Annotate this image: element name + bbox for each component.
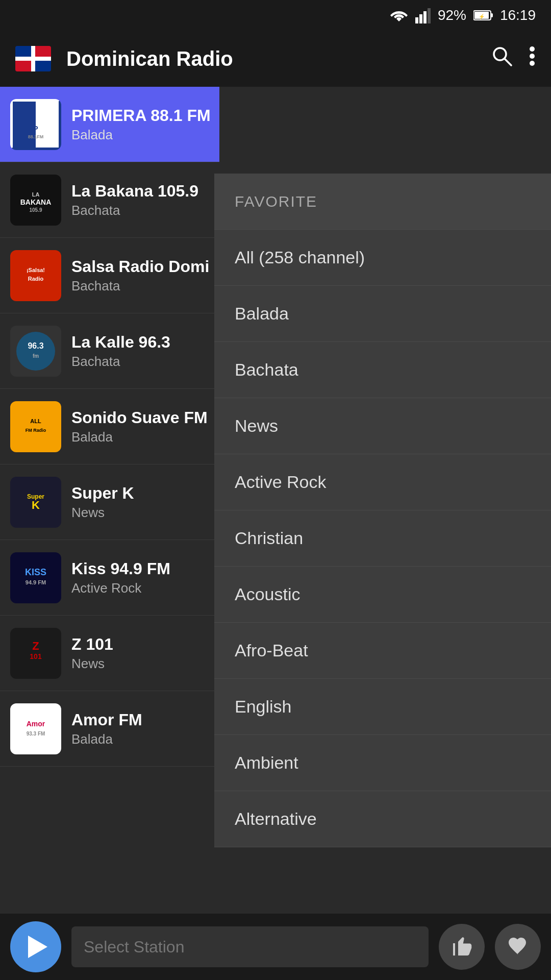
dropdown-item-balada[interactable]: Balada	[214, 286, 551, 342]
station-item[interactable]: 96.3fmLa Kalle 96.3Bachata	[0, 313, 219, 389]
dropdown-item-favorite[interactable]: FAVORITE	[214, 174, 551, 230]
dropdown-label: All (258 channel)	[235, 248, 365, 267]
station-genre: Bachata	[71, 203, 209, 218]
station-info: Sonido Suave FMBalada	[71, 408, 209, 445]
station-name: PRIMERA 88.1 FM	[71, 106, 211, 125]
dropdown-label: Alternative	[235, 809, 317, 829]
genre-dropdown: FAVORITEAll (258 channel)BaladaBachataNe…	[214, 174, 551, 847]
station-info: Z 101News	[71, 635, 209, 672]
app-flag	[15, 46, 51, 71]
dropdown-item-bachata[interactable]: Bachata	[214, 342, 551, 398]
station-logo: ALLFM Radio	[10, 401, 61, 452]
svg-rect-28	[13, 404, 59, 450]
svg-rect-2	[423, 11, 427, 23]
station-item[interactable]: Z101Z 101News	[0, 616, 219, 691]
station-item[interactable]: P88.1FMPRIMERA 88.1 FMBalada	[0, 87, 219, 162]
station-logo: 96.3fm	[10, 326, 61, 377]
svg-point-11	[530, 54, 535, 59]
time-display: 16:19	[500, 7, 536, 23]
svg-text:105.9: 105.9	[29, 207, 42, 213]
dropdown-item-alternative[interactable]: Alternative	[214, 791, 551, 847]
station-info: Super KNews	[71, 484, 209, 521]
dropdown-label: Christian	[235, 528, 303, 548]
station-list: P88.1FMPRIMERA 88.1 FMBaladaLABAKANA105.…	[0, 87, 219, 914]
station-genre: Bachata	[71, 354, 209, 370]
svg-text:BAKANA: BAKANA	[20, 198, 52, 206]
station-name: Sonido Suave FM	[71, 408, 209, 427]
station-info: Kiss 94.9 FMActive Rock	[71, 559, 209, 596]
dropdown-label: FAVORITE	[235, 193, 317, 210]
bottom-bar	[0, 914, 551, 980]
svg-rect-1	[419, 14, 422, 23]
dropdown-item-all[interactable]: All (258 channel)	[214, 230, 551, 286]
dropdown-label: News	[235, 416, 278, 436]
station-item[interactable]: LABAKANA105.9La Bakana 105.9Bachata	[0, 162, 219, 238]
station-genre: Bachata	[71, 278, 209, 294]
station-item[interactable]: Amor93.3 FMAmor FMBalada	[0, 691, 219, 767]
svg-text:fm: fm	[33, 353, 39, 359]
svg-text:88.1FM: 88.1FM	[28, 134, 44, 139]
svg-text:⚡: ⚡	[479, 13, 485, 20]
dropdown-label: Acoustic	[235, 584, 300, 604]
svg-text:94.9 FM: 94.9 FM	[26, 579, 46, 585]
station-info: La Bakana 105.9Bachata	[71, 182, 209, 218]
station-item[interactable]: ALLFM RadioSonido Suave FMBalada	[0, 389, 219, 464]
station-name: Super K	[71, 484, 209, 503]
svg-text:Amor: Amor	[27, 720, 45, 728]
station-genre: Active Rock	[71, 580, 209, 596]
favorite-button[interactable]	[495, 924, 541, 970]
station-name: Amor FM	[71, 710, 209, 729]
svg-text:K: K	[32, 499, 40, 511]
dropdown-label: Afro-Beat	[235, 641, 308, 660]
station-item[interactable]: KISS94.9 FMKiss 94.9 FMActive Rock	[0, 540, 219, 616]
app-title: Dominican Radio	[66, 47, 481, 70]
app-header: Dominican Radio	[0, 31, 551, 87]
station-info: La Kalle 96.3Bachata	[71, 333, 209, 370]
dropdown-item-acoustic[interactable]: Acoustic	[214, 567, 551, 623]
svg-rect-13	[13, 102, 36, 148]
svg-text:LA: LA	[32, 191, 40, 198]
svg-text:P: P	[33, 125, 38, 133]
play-button[interactable]	[10, 921, 61, 972]
station-genre: Balada	[71, 731, 209, 747]
station-info: Salsa Radio DomiBachata	[71, 257, 209, 294]
like-button[interactable]	[439, 924, 485, 970]
station-logo: ¡Salsa!Radio	[10, 250, 61, 301]
search-button[interactable]	[491, 45, 513, 72]
station-logo: KISS94.9 FM	[10, 552, 61, 603]
svg-text:Radio: Radio	[28, 276, 44, 282]
dropdown-label: Ambient	[235, 753, 298, 773]
dropdown-item-active-rock[interactable]: Active Rock	[214, 454, 551, 510]
station-item[interactable]: SuperKSuper KNews	[0, 464, 219, 540]
wifi-icon	[390, 8, 408, 22]
more-options-button[interactable]	[529, 45, 536, 72]
dropdown-item-english[interactable]: English	[214, 679, 551, 735]
station-name: Z 101	[71, 635, 209, 654]
svg-point-25	[16, 332, 55, 371]
status-bar: 92% ⚡ 16:19	[0, 0, 551, 31]
dropdown-item-afrobeat[interactable]: Afro-Beat	[214, 623, 551, 679]
dropdown-label: English	[235, 697, 292, 717]
dropdown-label: Bachata	[235, 360, 298, 380]
station-genre: Balada	[71, 127, 211, 143]
svg-text:96.3: 96.3	[28, 341, 43, 350]
svg-rect-3	[428, 8, 431, 23]
station-logo: Z101	[10, 628, 61, 679]
station-genre: News	[71, 656, 209, 672]
station-info: PRIMERA 88.1 FMBalada	[71, 106, 211, 143]
station-input[interactable]	[71, 926, 429, 967]
svg-text:FM Radio: FM Radio	[26, 428, 46, 433]
dropdown-item-news[interactable]: News	[214, 398, 551, 454]
svg-text:ALL: ALL	[30, 418, 41, 424]
header-actions	[491, 45, 536, 72]
svg-rect-6	[491, 13, 493, 17]
dropdown-item-christian[interactable]: Christian	[214, 510, 551, 567]
station-logo: SuperK	[10, 477, 61, 528]
dropdown-label: Active Rock	[235, 472, 327, 492]
station-genre: News	[71, 505, 209, 521]
svg-text:Z: Z	[32, 640, 39, 652]
dropdown-item-ambient[interactable]: Ambient	[214, 735, 551, 791]
station-item[interactable]: ¡Salsa!RadioSalsa Radio DomiBachata	[0, 238, 219, 313]
play-icon	[28, 936, 47, 958]
battery-level: 92%	[438, 7, 466, 23]
